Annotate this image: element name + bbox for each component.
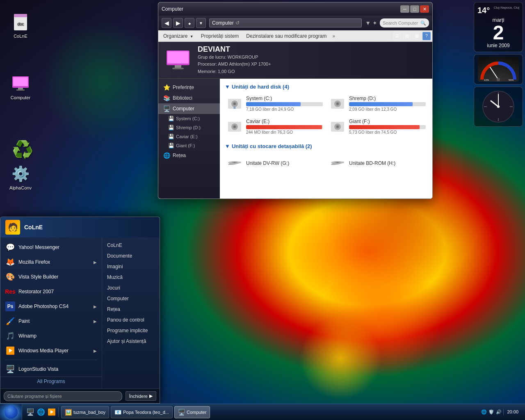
drive-shremp-d[interactable]: Shremp (D:) 2,09 GO liber din 12,3 GO (328, 94, 427, 114)
maximize-button[interactable]: □ (410, 5, 419, 13)
quick-icon-1[interactable]: 🖥️ (25, 407, 35, 417)
drive-f-info: Giant (F:) 5,73 GO liber din 74,5 GO (349, 119, 426, 135)
sm-firefox[interactable]: 🦊 Mozilla Firefox ▶ (0, 255, 102, 269)
sidebar-caviar-e[interactable]: 💾 Caviar (E:) (158, 132, 220, 141)
menu-organize[interactable]: Organizare ▼ (160, 32, 197, 41)
svg-rect-6 (16, 89, 25, 91)
sm-right-ajutor[interactable]: Ajutor și Asistență (102, 336, 160, 347)
sm-yahoo-messenger[interactable]: 💬 Yahoo! Messenger (0, 240, 102, 255)
sm-right-programe[interactable]: Programe implicite (102, 325, 160, 336)
libraries-icon: 📚 (163, 95, 170, 101)
svg-rect-1 (14, 14, 27, 17)
shutdown-button[interactable]: Închidere ▶ (126, 391, 156, 401)
restorator-label: Restorator 2007 (18, 289, 54, 294)
removable-section-title: Unități cu stocare detașabilă (2) (232, 143, 312, 149)
taskbar-item-tuzma[interactable]: 🖼️ tuzma_bad_boy (61, 406, 109, 418)
sidebar-system-c[interactable]: 💾 System (C:) (158, 114, 220, 123)
svg-rect-5 (18, 88, 23, 89)
sm-restorator[interactable]: Res Restorator 2007 (0, 284, 102, 299)
removable-section-header[interactable]: ▼ Unități cu stocare detașabilă (2) (225, 143, 427, 149)
sm-right-retea[interactable]: Rețea (102, 304, 160, 315)
address-bar[interactable]: Computer ↺ (209, 18, 362, 27)
recent-button[interactable]: ⬥ (185, 18, 194, 28)
forward-button[interactable]: ▶ (173, 18, 183, 28)
bdrom-name: Unitate BD-ROM (H:) (349, 160, 395, 166)
view-list-btn[interactable]: ☰ (393, 32, 401, 40)
sidebar-libraries[interactable]: 📚 Biblioteci (158, 93, 220, 103)
tray-network-icon[interactable]: 🌐 (481, 409, 487, 415)
start-button[interactable] (0, 404, 22, 420)
drive-caviar-e[interactable]: Caviar (E:) 244 MO liber din 76,3 GO (225, 117, 324, 137)
dvdrw-name: Unitate DV-RW (G:) (246, 160, 289, 166)
back-button[interactable]: ◀ (162, 18, 171, 28)
search-programs-placeholder: Căutare programe și fișiere (7, 394, 62, 399)
quick-icon-3[interactable]: ▶️ (47, 407, 57, 417)
sm-separator (5, 360, 97, 360)
drive-giant-f[interactable]: Giant (F:) 5,73 GO liber din 74,5 GO (328, 117, 427, 137)
tray-volume-icon[interactable]: 🔊 (496, 409, 502, 415)
svg-point-27 (234, 103, 235, 105)
desktop-icon-alphaconv[interactable]: ⚙️ AlphaConv (4, 164, 37, 190)
organize-arrow: ▼ (190, 34, 194, 39)
paint-icon: 🖌️ (5, 316, 15, 326)
drive-e-icon: 💾 (168, 134, 174, 139)
shutdown-label: Închidere (129, 394, 148, 399)
desktop-icon-computer[interactable]: Computer (4, 74, 37, 100)
sidebar-computer[interactable]: 🖥️ Computer (158, 103, 220, 114)
sm-right-documente[interactable]: Documente (102, 251, 160, 261)
drive-e-name: Caviar (E:) (246, 119, 323, 124)
taskbar-tray: 🌐 🛡️ 🔊 20:00 (478, 409, 525, 415)
removable-bdrom[interactable]: Unitate BD-ROM (H:) (328, 153, 427, 173)
search-bar[interactable]: Search Computer 🔍 (380, 18, 429, 27)
bdrom-icon (329, 155, 346, 171)
taskbar-item-popa[interactable]: 📧 Popa Teodora (teo_d... (111, 406, 173, 418)
drive-system-c[interactable]: ⊞ System (C:) 7,18 GO liber din 24,9 GO (225, 94, 324, 114)
drive-e-icon-main (226, 119, 243, 135)
sm-winamp[interactable]: 🎵 Winamp (0, 329, 102, 343)
drive-e-info: Caviar (E:) 244 MO liber din 76,3 GO (246, 119, 323, 135)
computer-name: DEVIANT (198, 45, 271, 54)
sm-vista-style[interactable]: 🎨 Vista Style Builder (0, 269, 102, 284)
view-tiles-btn[interactable]: ▦ (413, 32, 421, 40)
sm-wmp[interactable]: ▶️ Windows Media Player ▶ (0, 343, 102, 358)
hdd-section-header[interactable]: ▼ Unități de hard disk (4) (225, 84, 427, 90)
search-programs-box[interactable]: Căutare programe și fișiere (4, 391, 122, 401)
arrow-down-button[interactable]: ▼ (196, 18, 206, 28)
tray-security-icon[interactable]: 🛡️ (488, 409, 494, 415)
view-details-btn[interactable]: ▤ (403, 32, 411, 40)
menu-uninstall[interactable]: Dezinstalare sau modificare program (243, 32, 330, 41)
right-panou-label: Panou de control (107, 317, 144, 323)
desktop-icon-colne[interactable]: doc CoLnE (4, 12, 37, 39)
sm-right-panou[interactable]: Panou de control (102, 315, 160, 325)
sm-right-computer[interactable]: Computer (102, 293, 160, 304)
minimize-button[interactable]: ─ (400, 5, 409, 13)
drive-d-icon-main (329, 96, 346, 112)
all-programs-label: All Programs (37, 379, 65, 384)
sm-photoshop[interactable]: Ps Adobe Photoshop CS4 ▶ (0, 299, 102, 314)
sm-right-jocuri[interactable]: Jocuri (102, 283, 160, 293)
all-programs-button[interactable]: All Programs (0, 377, 102, 386)
menu-system-props[interactable]: Proprietăți sistem (198, 32, 242, 41)
favorites-label: Preferințe (173, 84, 194, 90)
sidebar-shremp-d[interactable]: 💾 Shremp (D:) (158, 123, 220, 132)
close-button[interactable]: ✕ (420, 5, 429, 13)
drive-f-bar-container (349, 125, 426, 129)
quick-icon-2[interactable]: 🌐 (36, 407, 46, 417)
sm-right-imagini[interactable]: Imagini (102, 261, 160, 272)
window-menubar: Organizare ▼ Proprietăți sistem Dezinsta… (158, 30, 432, 42)
taskbar-item-computer[interactable]: 🖥️ Computer (174, 406, 210, 418)
sidebar-giant-f[interactable]: 💾 Giant (F:) (158, 141, 220, 150)
sm-right-colne[interactable]: CoLnE (102, 240, 160, 251)
sm-logonstudio[interactable]: 🖥️ LogonStudio Vista (0, 362, 102, 377)
sidebar-favorites[interactable]: ⭐ Preferințe (158, 82, 220, 93)
help-btn[interactable]: ? (422, 32, 431, 40)
sm-right-muzica[interactable]: Muzică (102, 272, 160, 283)
removable-dvdrw[interactable]: Unitate DV-RW (G:) (225, 153, 324, 173)
window-toolbar: ◀ ▶ ⬥ ▼ Computer ↺ ▼ ✦ Search Computer 🔍 (158, 16, 432, 30)
firefox-icon: 🦊 (5, 257, 15, 267)
quick-launch: 🖥️ 🌐 ▶️ (24, 407, 59, 417)
desktop-icon-recycle[interactable]: ♻️ (6, 139, 39, 161)
clock-svg (482, 90, 515, 123)
sm-paint[interactable]: 🖌️ Paint ▶ (0, 314, 102, 329)
sidebar-network[interactable]: 🌐 Rețea (158, 150, 220, 161)
